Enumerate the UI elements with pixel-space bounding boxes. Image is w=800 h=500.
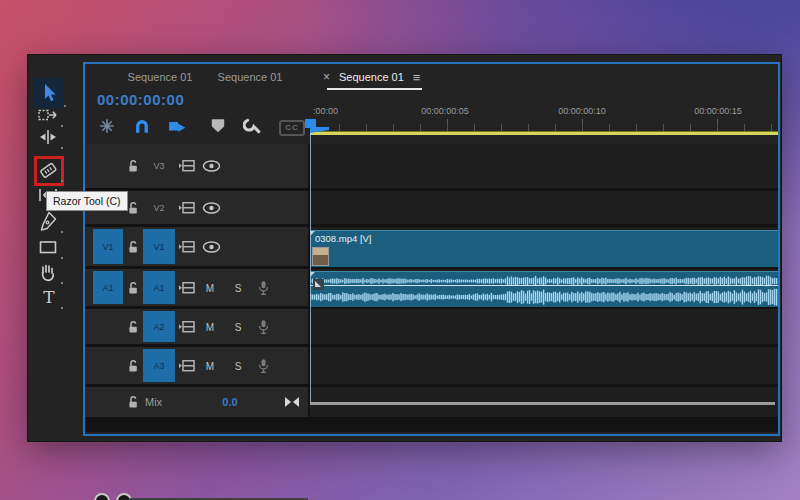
timeline-horizontal-scrollbar[interactable]	[310, 402, 775, 405]
track-header-a2: A2 M S	[85, 309, 308, 344]
track-target-v3[interactable]: V3	[143, 146, 175, 186]
master-level-value[interactable]: 0.0	[215, 396, 245, 408]
ruler-label-0: :00:00	[313, 106, 338, 116]
tab-sequence-01-active[interactable]: × Sequence 01 ≡	[315, 64, 420, 90]
razor-tool-tooltip: Razor Tool (C)	[46, 191, 128, 211]
track-content-v3[interactable]	[310, 144, 778, 188]
toggle-track-output-icon[interactable]	[202, 240, 221, 253]
solo-button[interactable]: S	[230, 282, 246, 293]
video-clip-0308[interactable]: 0308.mp4 [V]	[310, 230, 778, 267]
track-row-v3: V3	[85, 144, 778, 188]
lock-icon[interactable]	[127, 320, 139, 334]
nest-icon[interactable]	[98, 117, 116, 135]
track-content-a3[interactable]	[310, 347, 778, 384]
timeline-settings-wrench-icon[interactable]	[243, 117, 261, 135]
zoom-handle-left[interactable]	[94, 493, 110, 500]
sync-lock-icon[interactable]	[179, 320, 195, 333]
track-content-a2[interactable]	[310, 309, 778, 344]
tab-sequence-01-a[interactable]: Sequence 01	[115, 64, 205, 90]
keyframe-navigator-icon[interactable]	[285, 397, 299, 407]
solo-button[interactable]: S	[230, 360, 246, 371]
ruler-label-15: 00:00:00:15	[694, 106, 742, 116]
lock-icon[interactable]	[127, 281, 139, 295]
selection-arrow-icon	[38, 82, 60, 104]
track-header-a3: A3 M S	[85, 347, 308, 384]
panel-menu-icon[interactable]: ≡	[413, 71, 421, 84]
razor-tool-button[interactable]	[37, 159, 61, 183]
sync-lock-icon[interactable]	[179, 359, 195, 372]
track-row-v2: V2	[85, 191, 778, 224]
source-patch-v1[interactable]: V1	[93, 229, 123, 264]
ruler-minor-ticks	[312, 124, 778, 131]
premiere-window: T Razor Tool (C) Sequence 01 Sequence 01…	[28, 55, 781, 441]
linked-selection-icon[interactable]	[168, 117, 186, 135]
audio-waveform	[310, 272, 778, 307]
tab-close-icon[interactable]: ×	[323, 71, 330, 83]
type-tool-button[interactable]: T	[37, 286, 61, 310]
lock-icon[interactable]	[127, 201, 139, 215]
ripple-edit-tool-button[interactable]	[37, 126, 61, 150]
tools-panel: T	[28, 55, 83, 441]
fx-badge-icon	[313, 279, 324, 290]
ruler-label-5: 00:00:00:05	[421, 106, 469, 116]
timeline-panel: Sequence 01 Sequence 01 × Sequence 01 ≡ …	[83, 62, 780, 436]
voiceover-mic-icon[interactable]	[257, 358, 270, 373]
add-marker-icon[interactable]	[209, 117, 224, 135]
tab-label: Sequence 01	[339, 71, 404, 83]
ruler-label-10: 00:00:00:10	[558, 106, 606, 116]
ripple-edit-icon	[37, 126, 59, 148]
mute-button[interactable]: M	[202, 282, 218, 293]
track-header-v3: V3	[85, 144, 308, 188]
time-ruler[interactable]: :00:00 00:00:00:05 00:00:00:10 00:00:00:…	[310, 104, 778, 134]
master-track-label: Mix	[145, 396, 162, 408]
track-header-a1: A1 A1 M S	[85, 269, 308, 306]
voiceover-mic-icon[interactable]	[257, 280, 270, 295]
snap-magnet-icon[interactable]	[133, 117, 151, 135]
video-clip-thumbnail	[312, 247, 329, 266]
sync-lock-icon[interactable]	[179, 160, 195, 173]
type-tool-icon: T	[37, 286, 61, 308]
track-target-v2[interactable]: V2	[143, 193, 175, 222]
tab-sequence-01-b[interactable]: Sequence 01	[205, 64, 295, 90]
voiceover-mic-icon[interactable]	[257, 319, 270, 334]
captions-icon[interactable]: CC	[279, 120, 305, 136]
track-content-v2[interactable]	[310, 191, 778, 224]
mute-button[interactable]: M	[202, 321, 218, 332]
rectangle-tool-button[interactable]	[37, 236, 61, 260]
desktop-background: T Razor Tool (C) Sequence 01 Sequence 01…	[0, 0, 800, 500]
lock-icon[interactable]	[127, 395, 139, 409]
sync-lock-icon[interactable]	[179, 201, 195, 214]
track-target-a2[interactable]: A2	[143, 311, 175, 342]
solo-button[interactable]: S	[230, 321, 246, 332]
lock-icon[interactable]	[127, 159, 139, 173]
track-row-a3: A3 M S	[85, 347, 778, 384]
audio-clip-0308[interactable]	[310, 271, 778, 307]
track-header-master: Mix 0.0	[85, 387, 308, 417]
pen-tool-button[interactable]	[37, 210, 61, 234]
playhead-timecode[interactable]: 00:00:00:00	[97, 91, 184, 108]
mute-button[interactable]: M	[202, 360, 218, 371]
track-header-v1: V1 V1	[85, 227, 308, 266]
track-select-forward-tool-button[interactable]	[37, 104, 61, 128]
panel-tab-bar: Sequence 01 Sequence 01 × Sequence 01 ≡	[85, 64, 778, 90]
audio-level-rubber-band[interactable]	[310, 285, 778, 286]
track-target-v1[interactable]: V1	[143, 229, 175, 264]
track-row-a2: A2 M S	[85, 309, 778, 344]
sync-lock-icon[interactable]	[179, 281, 195, 294]
playhead-line	[310, 133, 311, 402]
hand-tool-button[interactable]	[37, 261, 61, 285]
track-target-a3[interactable]: A3	[143, 349, 175, 382]
toggle-track-output-icon[interactable]	[202, 201, 221, 214]
work-area-bar[interactable]	[310, 131, 778, 135]
track-target-a1[interactable]: A1	[143, 271, 175, 304]
video-clip-label: 0308.mp4 [V]	[315, 233, 372, 244]
track-select-icon	[37, 104, 59, 126]
lock-icon[interactable]	[127, 240, 139, 254]
lock-icon[interactable]	[127, 359, 139, 373]
toggle-track-output-icon[interactable]	[202, 160, 221, 173]
playhead-handle[interactable]	[305, 119, 316, 128]
sync-lock-icon[interactable]	[179, 240, 195, 253]
source-patch-a1[interactable]: A1	[93, 271, 123, 304]
rectangle-icon	[37, 236, 59, 258]
hand-icon	[37, 261, 59, 283]
